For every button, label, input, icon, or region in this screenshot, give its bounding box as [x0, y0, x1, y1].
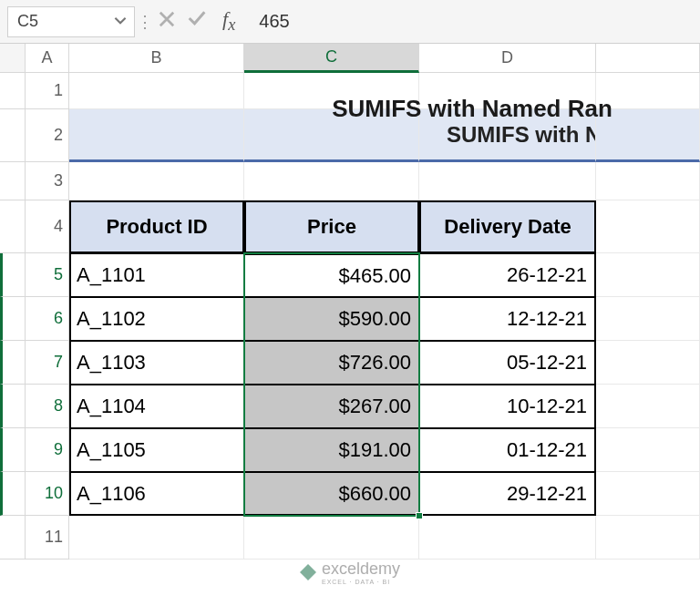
title-cell-C[interactable] [244, 109, 419, 162]
cell-D8[interactable]: 10-12-21 [419, 385, 596, 428]
col-header-D[interactable]: D [419, 44, 596, 73]
row-header-5[interactable]: 5 [26, 253, 69, 297]
cell-B3[interactable] [69, 162, 244, 200]
cell-B6[interactable]: A_1102 [69, 297, 244, 341]
cell-E8[interactable] [596, 385, 700, 428]
cell-B1[interactable] [69, 73, 244, 109]
select-all-corner[interactable] [0, 44, 26, 73]
cell-E10[interactable] [596, 472, 700, 516]
row-header-1-num[interactable]: 1 [26, 73, 69, 109]
formula-buttons: fx [153, 7, 248, 35]
row-header-9a [0, 428, 26, 472]
cell-C3[interactable] [244, 162, 419, 200]
row-header-5a [0, 253, 26, 297]
row-header-10[interactable]: 10 [26, 472, 69, 516]
row-header-4a [0, 200, 26, 253]
row-header-11[interactable]: 11 [26, 516, 69, 560]
row-header-1 [0, 73, 26, 109]
cell-D5[interactable]: 26-12-21 [419, 253, 596, 297]
cell-E4[interactable] [596, 200, 700, 253]
col-header-A[interactable]: A [26, 44, 69, 73]
watermark-name: exceldemy [322, 560, 400, 578]
cell-D7[interactable]: 05-12-21 [419, 341, 596, 385]
formula-input[interactable]: 465 [248, 11, 693, 32]
row-header-10a [0, 472, 26, 516]
logo-icon [300, 564, 316, 580]
cell-E9[interactable] [596, 428, 700, 472]
row-header-6a [0, 297, 26, 341]
name-box-value: C5 [17, 12, 38, 31]
row-header-3a [0, 162, 26, 200]
row-header-2[interactable]: 2 [26, 109, 69, 162]
cell-C7[interactable]: $726.00 [244, 341, 419, 385]
row-header-6[interactable]: 6 [26, 297, 69, 341]
cell-E5[interactable] [596, 253, 700, 297]
row-header-8[interactable]: 8 [26, 385, 69, 428]
row-header-9[interactable]: 9 [26, 428, 69, 472]
row-header-8a [0, 385, 26, 428]
cell-C8[interactable]: $267.00 [244, 385, 419, 428]
cell-D1[interactable] [419, 73, 596, 109]
cell-D10[interactable]: 29-12-21 [419, 472, 596, 516]
active-cell-value: $465.00 [338, 264, 411, 288]
cell-B5[interactable]: A_1101 [69, 253, 244, 297]
fill-handle[interactable] [416, 512, 423, 519]
chevron-down-icon[interactable] [114, 12, 127, 31]
fx-icon[interactable]: fx [222, 7, 235, 35]
watermark-text: exceldemy EXCEL · DATA · BI [322, 560, 400, 585]
cell-C9[interactable]: $191.00 [244, 428, 419, 472]
cell-C11[interactable] [244, 516, 419, 560]
header-price[interactable]: Price [244, 200, 419, 253]
title-cell-B[interactable] [69, 109, 244, 162]
cell-D11[interactable] [419, 516, 596, 560]
cell-E1[interactable] [596, 73, 700, 109]
cell-E7[interactable] [596, 341, 700, 385]
worksheet-grid[interactable]: A B C D 1 2 SUMIFS with Named Ran 3 4 Pr… [0, 44, 700, 560]
cell-D3[interactable] [419, 162, 596, 200]
formula-bar: C5 ⋮ fx 465 [0, 0, 700, 44]
cell-C10[interactable]: $660.00 [244, 472, 419, 516]
header-delivery-date[interactable]: Delivery Date [419, 200, 596, 253]
name-box[interactable]: C5 [7, 6, 135, 37]
cell-C6[interactable]: $590.00 [244, 297, 419, 341]
cell-E3[interactable] [596, 162, 700, 200]
row-header-3[interactable]: 3 [26, 162, 69, 200]
cell-B10[interactable]: A_1106 [69, 472, 244, 516]
watermark-tag: EXCEL · DATA · BI [322, 579, 400, 585]
confirm-icon[interactable] [188, 9, 206, 33]
title-cell-D[interactable]: SUMIFS with Named Ran [419, 109, 596, 162]
title-cell-E[interactable] [596, 109, 700, 162]
cell-B9[interactable]: A_1105 [69, 428, 244, 472]
cell-E6[interactable] [596, 297, 700, 341]
cell-B7[interactable]: A_1103 [69, 341, 244, 385]
cell-E11[interactable] [596, 516, 700, 560]
watermark: exceldemy EXCEL · DATA · BI [300, 560, 400, 585]
col-header-C[interactable]: C [244, 44, 419, 73]
cell-D9[interactable]: 01-12-21 [419, 428, 596, 472]
row-header-7[interactable]: 7 [26, 341, 69, 385]
col-header-B[interactable]: B [69, 44, 244, 73]
row-header-2a [0, 109, 26, 162]
cell-C1[interactable] [244, 73, 419, 109]
row-header-7a [0, 341, 26, 385]
row-header-4[interactable]: 4 [26, 200, 69, 253]
cell-D6[interactable]: 12-12-21 [419, 297, 596, 341]
header-product-id[interactable]: Product ID [69, 200, 244, 253]
cell-B11[interactable] [69, 516, 244, 560]
cell-B8[interactable]: A_1104 [69, 385, 244, 428]
divider: ⋮ [137, 12, 151, 32]
cancel-icon[interactable] [159, 9, 175, 33]
row-header-11a [0, 516, 26, 560]
active-cell-overlay: $465.00 [244, 253, 419, 297]
col-header-extra[interactable] [596, 44, 700, 73]
